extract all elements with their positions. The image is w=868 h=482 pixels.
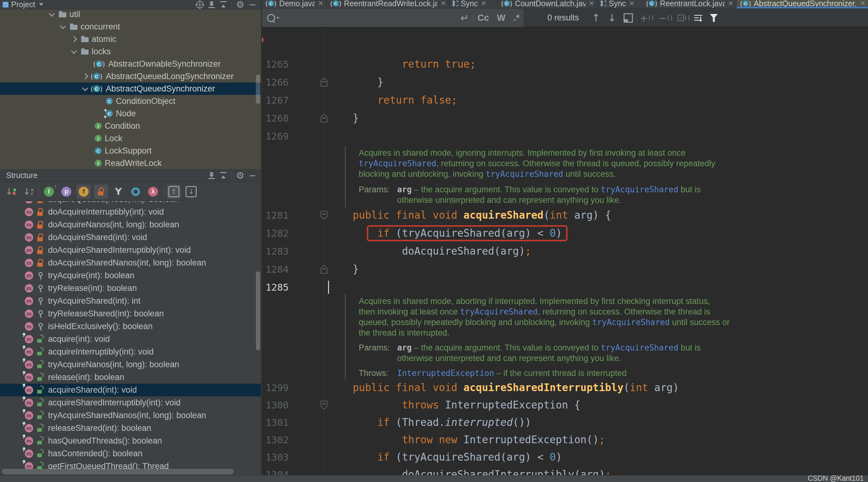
filter-icon[interactable]	[706, 14, 721, 22]
code-line[interactable]: doAcquireShared(arg);	[328, 242, 531, 260]
match-case-toggle[interactable]: Cc	[477, 13, 489, 23]
search-input[interactable]	[282, 11, 453, 25]
project-tree-item[interactable]: util	[0, 10, 261, 21]
project-tree-item[interactable]: CConditionObject	[0, 95, 261, 107]
code-line[interactable]: throw new InterruptedException();	[328, 431, 605, 449]
expand-all-icon[interactable]	[208, 172, 215, 179]
collapse-all-icon[interactable]	[220, 1, 227, 8]
chevron-collapsed-icon[interactable]	[71, 36, 77, 42]
project-tree-item[interactable]: CLockSupport	[0, 145, 261, 157]
autoscroll-from-source-icon[interactable]: ↓	[184, 185, 198, 199]
project-tree-item[interactable]: (C)AbstractQueuedLongSynchronizer	[0, 70, 261, 83]
code-line[interactable]: if (tryAcquireShared(arg) < 0)	[328, 448, 562, 466]
code-line[interactable]: }	[328, 73, 383, 91]
settings-icon[interactable]: ⚙	[236, 0, 244, 9]
structure-item[interactable]: macquireSharedInterruptibly(int): void	[0, 396, 261, 409]
structure-item[interactable]: mtryAcquireNanos(int, long): boolean	[0, 358, 261, 371]
settings-icon[interactable]: ⚙	[236, 171, 244, 180]
project-tree-item[interactable]: atomic	[0, 33, 261, 45]
expand-all-icon[interactable]	[208, 1, 215, 8]
code-line[interactable]: }	[328, 109, 359, 127]
multiline-search-icon[interactable]	[692, 15, 706, 21]
show-inherited-icon[interactable]: I↑	[42, 185, 56, 199]
code-editor[interactable]: 1265 return true;1266 }1267 return false…	[262, 28, 868, 475]
editor-tab[interactable]: (C)Demo.java✕	[262, 0, 327, 8]
show-properties-icon[interactable]: p	[59, 185, 73, 199]
javadoc-code-link[interactable]: tryAcquireShared	[601, 184, 678, 195]
editor-tab[interactable]: Sync✕	[450, 0, 498, 8]
project-tree-item[interactable]: (C)AbstractOwnableSynchronizer	[0, 58, 261, 70]
code-line[interactable]: doAcquireSharedInterruptibly(arg);	[328, 465, 611, 475]
chevron-expanded-icon[interactable]	[49, 10, 55, 17]
structure-item[interactable]: mtryReleaseShared(int): boolean	[0, 307, 261, 320]
structure-item[interactable]: mtryAcquireShared(int): int	[0, 295, 261, 307]
structure-item[interactable]: macquireShared(int): void	[0, 384, 261, 396]
structure-item[interactable]: mtryAcquireSharedNanos(int, long): boole…	[0, 409, 261, 422]
structure-item[interactable]: macquire(int): void	[0, 333, 261, 345]
close-icon[interactable]: ✕	[589, 0, 594, 7]
show-fields-icon[interactable]: f	[76, 185, 91, 199]
close-icon[interactable]: ✕	[629, 0, 635, 7]
javadoc-code-link[interactable]: tryAcquireShared	[359, 158, 436, 169]
structure-item[interactable]: mreleaseShared(int): boolean	[0, 422, 261, 434]
javadoc-code-link[interactable]: tryAcquireShared	[601, 342, 678, 353]
regex-toggle[interactable]: .*	[514, 13, 520, 23]
chevron-expanded-icon[interactable]	[71, 48, 77, 54]
structure-item[interactable]: mhasQueuedThreads(): boolean	[0, 434, 261, 447]
show-lambdas-icon[interactable]: λ	[146, 185, 160, 199]
close-icon[interactable]: ✕	[481, 0, 487, 7]
structure-item[interactable]: mdoAcquireSharedInterruptibly(int): void	[0, 244, 261, 256]
autoscroll-to-source-icon[interactable]: ↑	[167, 185, 181, 199]
code-line[interactable]: if (Thread.interrupted())	[328, 414, 531, 431]
remove-occurrence-icon[interactable]: −	[656, 12, 675, 24]
chevron-down-icon[interactable]	[39, 3, 43, 6]
editor-tab[interactable]: (C)CountDownLatch.java✕	[498, 0, 597, 8]
add-occurrence-icon[interactable]: +	[637, 12, 656, 24]
code-line[interactable]: }	[328, 260, 359, 278]
structure-item[interactable]: misHeldExclusively(): boolean	[0, 320, 261, 333]
close-icon[interactable]: ✕	[728, 0, 733, 7]
javadoc-code-link[interactable]: tryAcquireShared	[592, 317, 670, 328]
select-all-occurrences-icon[interactable]: ✓	[675, 15, 692, 21]
structure-item[interactable]: macquireQueued(Node, int): boolean	[0, 201, 261, 206]
structure-item[interactable]: mdoAcquireSharedNanos(int, long): boolea…	[0, 256, 261, 269]
editor-tab[interactable]: (C)ReentrantLock.java✕	[643, 0, 737, 8]
close-icon[interactable]: ✕	[318, 0, 323, 7]
structure-item[interactable]: mtryAcquire(int): boolean	[0, 269, 261, 282]
sort-alphabetically-icon[interactable]: ↓az	[21, 185, 35, 199]
code-line[interactable]: public final void acquireSharedInterrupt…	[328, 379, 679, 397]
javadoc-code-link[interactable]: tryAcquireShared	[486, 169, 563, 179]
code-line[interactable]: throws InterruptedException {	[328, 396, 581, 414]
editor-tab[interactable]: (C)AbstractQueuedSynchronizer.java✕	[737, 0, 868, 8]
structure-item[interactable]: mdoAcquireInterruptibly(int): void	[0, 206, 261, 218]
collapse-all-icon[interactable]	[220, 172, 227, 179]
group-methods-icon[interactable]: Y	[111, 185, 125, 199]
javadoc-code-link[interactable]: InterruptedException	[397, 368, 494, 378]
words-toggle[interactable]: W	[497, 13, 505, 23]
structure-item[interactable]: mhasContended(): boolean	[0, 447, 261, 460]
project-tree-item[interactable]: ILock	[0, 132, 261, 145]
structure-list[interactable]: macquireQueued(Node, int): booleanmdoAcq…	[0, 201, 261, 482]
code-line[interactable]: public final void acquireShared(int arg)…	[328, 206, 611, 224]
sort-by-visibility-icon[interactable]: ↓	[4, 185, 18, 199]
structure-horizontal-scrollbar[interactable]	[2, 469, 234, 474]
hide-icon[interactable]: −	[249, 0, 256, 9]
fold-marker-icon[interactable]	[320, 264, 328, 274]
structure-item[interactable]: mdoAcquireNanos(int, long): boolean	[0, 218, 261, 231]
show-non-public-icon[interactable]	[94, 185, 108, 199]
project-tree-item[interactable]: ICondition	[0, 120, 261, 132]
fold-marker-icon[interactable]	[320, 78, 328, 87]
structure-item[interactable]: mrelease(int): boolean	[0, 371, 261, 384]
project-tree-item[interactable]: locks	[0, 45, 261, 58]
project-tree-item[interactable]: concurrent	[0, 21, 261, 33]
editor-tab[interactable]: Sync✕	[597, 0, 643, 8]
project-tree-scrollbar[interactable]	[256, 75, 260, 104]
fold-marker-icon[interactable]	[320, 210, 328, 220]
previous-occurrence-icon[interactable]: ↑	[588, 12, 604, 24]
project-tree[interactable]: utilconcurrentatomiclocks(C)AbstractOwna…	[0, 10, 261, 169]
hide-icon[interactable]: −	[249, 171, 256, 180]
fold-marker-icon[interactable]	[320, 400, 328, 410]
chevron-expanded-icon[interactable]	[82, 85, 88, 91]
project-tree-item[interactable]: IReadWriteLock	[0, 157, 261, 169]
search-icon[interactable]	[267, 14, 275, 22]
